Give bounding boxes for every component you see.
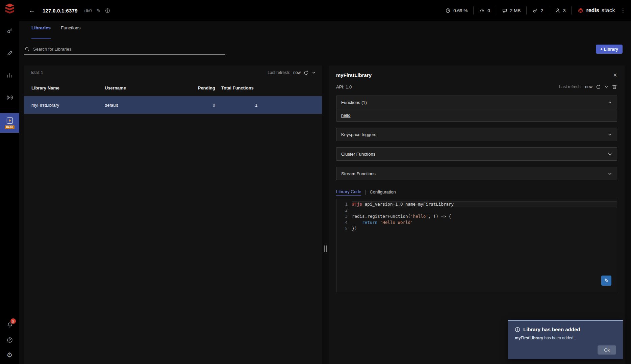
sidebar-item-workbench[interactable]: [0, 46, 19, 60]
refresh-options-chevron-icon[interactable]: [312, 71, 316, 75]
notification-count-badge: 2: [10, 318, 16, 324]
section-keyspace-triggers-header[interactable]: Keyspace triggers: [336, 128, 617, 141]
section-label: Cluster Functions: [341, 152, 375, 157]
sidebar-bottom: 2 ⚙: [6, 322, 13, 359]
resize-handle[interactable]: [324, 245, 327, 252]
users-icon: [555, 8, 560, 13]
stat-cpu: 0.69 %: [439, 8, 473, 13]
code-tabs: Library Code Configuration: [336, 189, 617, 196]
close-icon[interactable]: ×: [613, 72, 617, 78]
libraries-list-panel: Total: 1 Last refresh: now: [24, 66, 322, 364]
search-box: [24, 45, 225, 55]
section-keyspace-triggers: Keyspace triggers: [336, 128, 617, 141]
cpu-gauge-icon: [445, 8, 451, 13]
broadcast-icon: [6, 94, 13, 101]
toast-actions: Ok: [515, 345, 616, 355]
toast-message: myFirstLibrary has been added.: [515, 336, 616, 340]
tab-library-code[interactable]: Library Code: [336, 189, 361, 196]
cell-total-functions: 1: [215, 103, 322, 108]
library-title: myFirstLibrary: [336, 72, 372, 78]
sidebar-item-settings[interactable]: ⚙: [7, 352, 13, 359]
lightning-function-icon: [6, 117, 14, 124]
app-window: BETA 2: [0, 0, 631, 364]
section-label: Functions (1): [341, 100, 367, 105]
header-stats: 0.69 % 0 2 MB: [439, 6, 626, 15]
overflow-menu-icon[interactable]: ⋮: [621, 7, 626, 14]
separator: [365, 190, 365, 195]
key-icon: [6, 27, 13, 34]
main-content: Libraries Functions + Library Total: 1: [19, 21, 631, 364]
tab-functions[interactable]: Functions: [61, 25, 81, 38]
beta-badge: BETA: [5, 125, 15, 129]
db-info-icon[interactable]: [105, 8, 110, 13]
key-small-icon: [532, 8, 538, 13]
sidebar-item-triggers-functions[interactable]: BETA: [0, 113, 19, 133]
section-stream-functions-header[interactable]: Stream Functions: [336, 167, 617, 180]
speedometer-icon: [479, 8, 485, 13]
bar-chart-icon: [6, 72, 13, 79]
database-host: 127.0.0.1:6379: [43, 8, 78, 14]
sidebar-item-notifications[interactable]: 2: [6, 322, 13, 329]
stat-cpu-value: 0.69 %: [453, 8, 468, 13]
last-refresh-label: Last refresh:: [559, 84, 582, 89]
section-cluster-functions: Cluster Functions: [336, 147, 617, 161]
sidebar-item-help[interactable]: [6, 337, 13, 343]
table-header-row: Library Name Username Pending Total Func…: [24, 80, 322, 96]
search-input[interactable]: [33, 47, 225, 52]
refresh-button[interactable]: [304, 70, 309, 75]
edit-alias-pencil-icon[interactable]: ✎: [96, 8, 100, 13]
section-functions-header[interactable]: Functions (1): [336, 96, 617, 109]
code-editor[interactable]: 12345 #!js api_version=1.0 name=myFirstL…: [336, 199, 617, 292]
stat-memory: 2 MB: [496, 8, 527, 13]
last-refresh-value: now: [293, 70, 301, 75]
add-library-button[interactable]: + Library: [596, 45, 623, 54]
help-icon: [6, 337, 13, 343]
sidebar-item-pubsub[interactable]: [0, 91, 19, 104]
table-row[interactable]: myFirstLibrary default 0 1: [24, 96, 322, 114]
detail-meta-row: API: 1.0 Last refresh: now: [336, 84, 617, 89]
chevron-down-icon: [608, 132, 612, 137]
function-link-hello[interactable]: hello: [341, 113, 350, 118]
toast-message-rest: has been added.: [543, 336, 575, 340]
sidebar-item-browser[interactable]: [0, 24, 19, 37]
chevron-down-icon: [608, 172, 612, 176]
sidebar-nav: BETA: [0, 24, 19, 133]
library-details-panel: myFirstLibrary × API: 1.0 Last refresh: …: [329, 66, 625, 364]
back-button[interactable]: ←: [29, 7, 35, 14]
info-icon: [515, 327, 520, 332]
total-count: Total: 1: [30, 70, 43, 75]
stat-keys: 2: [527, 8, 549, 13]
pencil-square-icon: [6, 50, 13, 56]
delete-library-trash-icon[interactable]: [612, 84, 617, 89]
detail-title-row: myFirstLibrary ×: [336, 72, 617, 78]
search-row: + Library: [19, 38, 631, 66]
top-bar: ← 127.0.0.1:6379 db0 ✎ 0.69 %: [19, 0, 631, 21]
brand-redis-text: redis: [586, 7, 599, 14]
section-cluster-functions-header[interactable]: Cluster Functions: [336, 148, 617, 160]
api-version: API: 1.0: [336, 84, 352, 89]
stat-commands-value: 0: [487, 8, 490, 13]
refresh-area: Last refresh: now: [268, 70, 316, 75]
section-functions: Functions (1) hello: [336, 96, 617, 122]
detail-refresh-area: Last refresh: now: [559, 84, 617, 89]
search-icon: [25, 47, 30, 52]
view-tabs: Libraries Functions: [19, 21, 631, 38]
cell-username: default: [105, 103, 192, 108]
refresh-button[interactable]: [596, 84, 601, 89]
toast-library-name: myFirstLibrary: [515, 336, 543, 340]
brand-stack-text: stack: [602, 7, 615, 14]
last-refresh-label: Last refresh:: [268, 70, 290, 75]
edit-code-button[interactable]: ✎: [601, 276, 611, 286]
tab-configuration[interactable]: Configuration: [370, 189, 396, 196]
redis-stack-icon: [578, 7, 584, 14]
column-total-functions: Total Functions: [215, 85, 322, 90]
column-username: Username: [105, 85, 192, 90]
sidebar-item-analytics[interactable]: [0, 69, 19, 82]
refresh-options-chevron-icon[interactable]: [604, 85, 608, 89]
ok-button[interactable]: Ok: [598, 345, 616, 355]
code-lines: #!js api_version=1.0 name=myFirstLibrary…: [352, 201, 617, 292]
chevron-down-icon: [608, 152, 612, 156]
code-gutter: 12345: [336, 201, 352, 292]
tab-libraries[interactable]: Libraries: [31, 25, 51, 38]
stat-commands: 0: [474, 8, 496, 13]
